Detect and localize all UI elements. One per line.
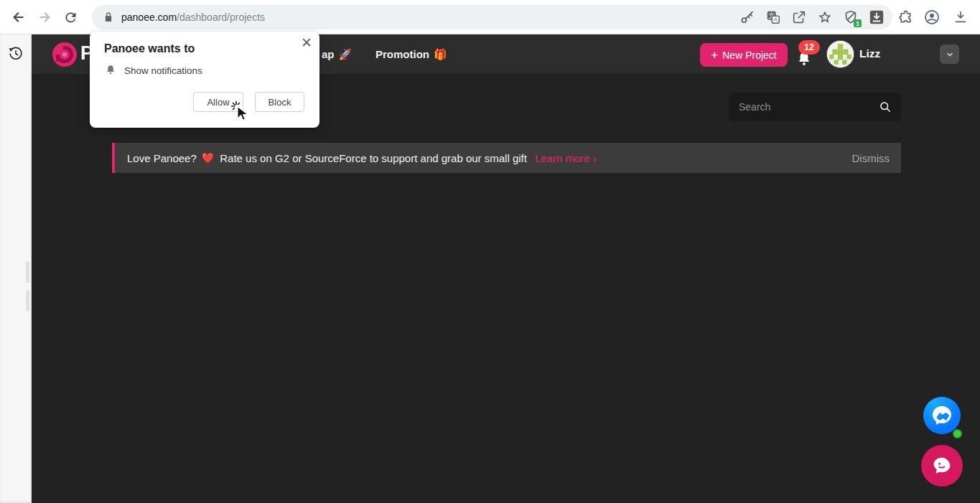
heart-emoji: ❤️: [202, 152, 214, 164]
reload-icon[interactable]: [62, 9, 79, 26]
lock-icon: [102, 11, 115, 24]
forward-icon[interactable]: [36, 9, 53, 26]
browser-window: panoee.com/dashboard/projects 文A 1: [0, 0, 980, 503]
address-bar[interactable]: panoee.com/dashboard/projects 文A 1: [92, 5, 892, 29]
url-text: panoee.com/dashboard/projects: [121, 11, 265, 23]
shield-badge-count: 1: [854, 19, 862, 27]
browser-toolbar: panoee.com/dashboard/projects 文A 1: [0, 0, 980, 34]
rocket-emoji: 🚀: [339, 48, 353, 61]
share-icon[interactable]: [790, 9, 808, 26]
dismiss-button[interactable]: Dismiss: [852, 152, 890, 164]
chat-bubble-icon: [930, 453, 954, 478]
search-icon: [878, 100, 892, 114]
strip-scroll-handle[interactable]: [26, 261, 29, 283]
promo-banner: Love Panoee? ❤️ Rate us on G2 or SourceF…: [112, 143, 901, 173]
password-key-icon[interactable]: [739, 9, 756, 26]
new-project-button[interactable]: + New Project: [700, 43, 788, 67]
messenger-chat-button[interactable]: [923, 397, 961, 434]
back-icon[interactable]: [10, 9, 27, 26]
extension-side-strip: •••: [0, 34, 32, 503]
support-chat-button[interactable]: [921, 445, 963, 486]
extensions-puzzle-icon[interactable]: [897, 9, 914, 26]
translate-icon[interactable]: 文A: [765, 9, 782, 26]
history-icon[interactable]: [8, 46, 24, 62]
url-domain: panoee.com: [121, 11, 177, 23]
search-box: [729, 93, 901, 121]
search-input[interactable]: [729, 101, 878, 113]
notification-permission-popup: Panoee wants to Show notifications Allow…: [90, 32, 319, 128]
panoee-logo-icon[interactable]: [52, 42, 78, 67]
username-label[interactable]: Lizz: [859, 47, 880, 60]
avatar[interactable]: [827, 41, 854, 67]
download-extension-icon[interactable]: [868, 9, 885, 26]
popup-request-text: Show notifications: [124, 65, 202, 76]
plus-icon: +: [711, 48, 718, 62]
learn-more-link[interactable]: Learn more ›: [535, 152, 597, 164]
url-path: /dashboard/projects: [177, 11, 265, 23]
profile-icon[interactable]: [923, 9, 941, 26]
gift-emoji: 🎁: [434, 48, 447, 61]
popup-title: Panoee wants to: [104, 42, 195, 55]
block-button[interactable]: Block: [255, 92, 304, 112]
allow-button[interactable]: Allow: [193, 92, 243, 112]
shield-blocker-icon[interactable]: 1: [842, 9, 859, 26]
bell-icon: [104, 64, 117, 77]
banner-message: Rate us on G2 or SourceForce to support …: [220, 152, 527, 164]
downloads-tray-icon[interactable]: [952, 9, 969, 26]
nav-item-promotion[interactable]: Promotion 🎁: [375, 34, 447, 74]
bookmark-star-icon[interactable]: [816, 9, 834, 26]
banner-lead: Love Panoee?: [127, 152, 197, 164]
svg-text:A: A: [773, 17, 778, 23]
notification-count-badge[interactable]: 12: [798, 40, 820, 55]
nav-item-roadmap[interactable]: ap 🚀: [322, 34, 352, 74]
chevron-down-icon: [944, 49, 956, 60]
strip-scroll-handle[interactable]: [26, 290, 29, 311]
close-icon[interactable]: ✕: [301, 34, 312, 51]
header-collapse-button[interactable]: [940, 44, 959, 64]
online-status-dot: [953, 429, 962, 438]
